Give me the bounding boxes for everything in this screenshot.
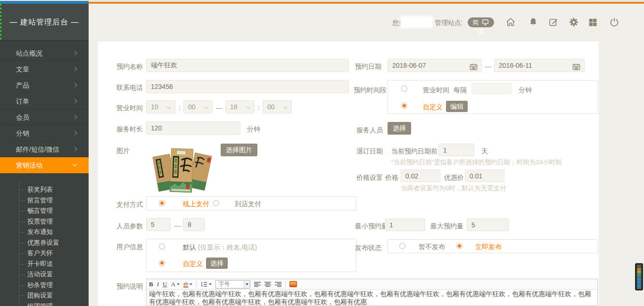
- align-right-button[interactable]: [275, 280, 281, 289]
- userinfo-default-radio[interactable]: [159, 243, 165, 250]
- field-label-userinfo: 用户信息: [116, 242, 143, 251]
- volume-widget-stripe: [637, 275, 641, 276]
- timeslot-custom-label[interactable]: 自定义: [423, 102, 443, 112]
- sidebar-menu-item[interactable]: 邮件/短信/微信: [0, 141, 89, 157]
- font-size-dropdown-button[interactable]: [244, 281, 250, 288]
- sidebar-menu-item[interactable]: 站点概况: [0, 45, 89, 61]
- apps-grid-icon[interactable]: [588, 17, 598, 28]
- cancel-days-input[interactable]: [438, 144, 474, 156]
- hours-to-hour-select[interactable]: 18: [225, 100, 255, 113]
- calendar-icon[interactable]: [470, 62, 478, 70]
- payment-instore-radio[interactable]: [213, 200, 219, 206]
- italic-button[interactable]: I: [157, 280, 159, 289]
- hours-to-minute-select[interactable]: 00: [263, 100, 292, 113]
- publish-later-label[interactable]: 暂不发布: [419, 242, 445, 251]
- payment-online-label[interactable]: 线上支付: [183, 199, 209, 209]
- settings-gear-icon[interactable]: [569, 17, 579, 27]
- sidebar-menu-item[interactable]: 订单: [0, 93, 89, 109]
- volume-widget-stripe: [637, 272, 641, 273]
- sidebar-menu-item[interactable]: 产品: [0, 77, 89, 93]
- font-color-button[interactable]: A: [171, 280, 179, 289]
- sidebar-submenu-item[interactable]: 优惠券设置: [0, 238, 89, 249]
- field-label-timeslot: 预约时间段: [354, 85, 387, 95]
- bell-icon[interactable]: [528, 17, 538, 27]
- sidebar-submenu-item[interactable]: 秒杀管理: [0, 280, 89, 291]
- staff-select-button[interactable]: 选择: [388, 122, 411, 135]
- sidebar-submenu-item[interactable]: 团购设置: [0, 290, 89, 301]
- hours-from-minute-select[interactable]: 00: [183, 100, 213, 113]
- sidebar-submenu-item[interactable]: 留言管理: [0, 195, 89, 206]
- volume-widget-stripe: [637, 285, 641, 286]
- language-switch[interactable]: 简: [468, 17, 494, 27]
- sidebar-submenu-item[interactable]: 组团管理: [0, 301, 89, 306]
- timeslot-every-label: 每隔: [454, 85, 467, 95]
- sidebar-menu-item[interactable]: 营销活动: [0, 157, 89, 173]
- field-label-name: 预约名称: [116, 62, 143, 71]
- highlight-button[interactable]: ab: [183, 280, 192, 289]
- sidebar-submenu-item[interactable]: 投票管理: [0, 217, 89, 227]
- language-switch-wrapped-char: 体: [478, 28, 484, 36]
- chevron-down-icon: [246, 105, 251, 109]
- editor-content[interactable]: 端午狂欢，包厢有优惠端午狂欢，包厢有优惠端午狂欢，包厢有优惠端午狂欢，包厢有优惠…: [147, 290, 597, 306]
- chevron-icon: [73, 51, 77, 56]
- publish-now-radio[interactable]: [456, 243, 462, 249]
- bold-button[interactable]: B: [149, 280, 153, 289]
- sidebar-submenu-item[interactable]: 客户关怀: [0, 248, 89, 259]
- publish-now-label[interactable]: 立即发布: [475, 242, 502, 251]
- align-left-button[interactable]: [254, 280, 261, 289]
- volume-widget[interactable]: [635, 263, 643, 290]
- date-to-input[interactable]: 2018-06-11: [494, 59, 585, 72]
- userinfo-custom-radio[interactable]: [159, 260, 165, 266]
- discount-price-input[interactable]: [465, 169, 504, 182]
- publish-later-radio[interactable]: [399, 243, 405, 249]
- date-from-input[interactable]: 2018-06-07: [388, 59, 482, 72]
- home-icon[interactable]: [505, 17, 516, 27]
- sidebar-menu-item[interactable]: 文章: [0, 61, 89, 77]
- sidebar-menu-item[interactable]: 会员: [0, 109, 89, 125]
- userinfo-custom-label[interactable]: 自定义: [183, 259, 203, 268]
- userinfo-select-button[interactable]: 选择: [206, 258, 228, 269]
- timeslot-business-radio[interactable]: [401, 86, 407, 92]
- hours-from-hour-select[interactable]: 10: [146, 100, 175, 113]
- insert-image-button[interactable]: [289, 281, 297, 287]
- sidebar-submenu-item[interactable]: 获奖列表: [0, 185, 89, 195]
- chevron-icon: [73, 131, 77, 136]
- align-center-button[interactable]: [264, 280, 271, 289]
- sidebar-submenu-item[interactable]: 活动设置: [0, 269, 89, 280]
- line-height-button[interactable]: [200, 280, 212, 289]
- timeslot-business-label[interactable]: 营业时间: [423, 85, 449, 95]
- name-input[interactable]: [146, 59, 349, 72]
- people-max-input[interactable]: [183, 218, 205, 231]
- payment-online-radio[interactable]: [159, 200, 165, 206]
- sidebar-menu-item-label: 订单: [16, 97, 29, 105]
- choose-image-button[interactable]: 选择图片: [221, 144, 257, 156]
- underline-button[interactable]: U: [163, 280, 167, 289]
- userinfo-default-label[interactable]: 默认: [183, 242, 196, 252]
- volume-widget-stripe: [637, 286, 641, 287]
- power-icon[interactable]: [609, 17, 619, 27]
- sidebar-submenu-item-label: 开卡即送: [27, 260, 53, 267]
- chevron-icon: [73, 147, 77, 152]
- timeslot-edit-button[interactable]: 编辑: [446, 101, 468, 112]
- people-min-input[interactable]: [146, 218, 171, 231]
- font-size-select[interactable]: 字号: [215, 280, 250, 289]
- timeslot-interval-input[interactable]: [471, 83, 512, 94]
- chevron-icon: [73, 115, 77, 120]
- sidebar-submenu-item[interactable]: 畅言管理: [0, 206, 89, 217]
- sidebar-submenu-item[interactable]: 开卡即送: [0, 259, 89, 270]
- duration-input[interactable]: [146, 121, 240, 135]
- sidebar-submenu-item-label: 客户关怀: [27, 250, 53, 257]
- volume-widget-stripe: [637, 269, 641, 270]
- volume-widget-stripe: [637, 274, 641, 274]
- payment-instore-label[interactable]: 到店支付: [235, 199, 261, 209]
- sidebar-menu-item[interactable]: 分销: [0, 125, 89, 141]
- sidebar-submenu-item-label: 活动设置: [27, 271, 53, 278]
- phone-input[interactable]: [146, 80, 349, 93]
- booking-min-input[interactable]: [385, 218, 425, 231]
- compose-icon[interactable]: [548, 17, 559, 27]
- timeslot-custom-radio[interactable]: [401, 103, 407, 109]
- sidebar-submenu-item[interactable]: 发布通知: [0, 227, 89, 238]
- price-input[interactable]: [401, 169, 440, 182]
- booking-max-input[interactable]: [467, 218, 509, 231]
- calendar-icon[interactable]: [572, 62, 580, 70]
